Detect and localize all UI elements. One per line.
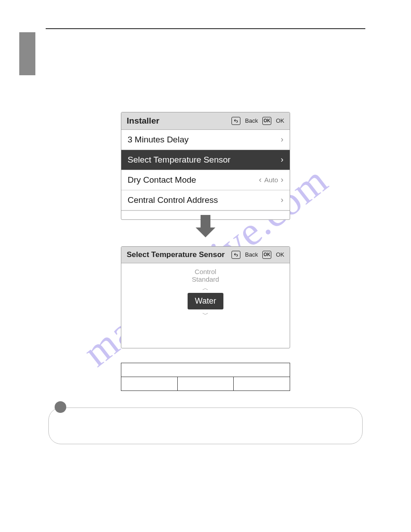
menu-item-label: 3 Minutes Delay [128, 135, 188, 145]
ok-key-icon[interactable]: OK [262, 117, 271, 125]
caret-up-icon[interactable]: ︿ [202, 285, 209, 291]
chevron-right-icon[interactable]: › [281, 175, 283, 184]
installer-panel-header: Installer Back OK OK [121, 112, 290, 130]
menu-item-dry-contact-mode[interactable]: Dry Contact Mode ‹ Auto › [121, 170, 290, 190]
back-key-icon[interactable] [231, 251, 240, 259]
caret-down-icon[interactable]: ﹀ [202, 311, 209, 317]
chevron-right-icon: › [281, 155, 283, 164]
sensor-panel-header: Select Temperature Sensor Back OK OK [121, 247, 290, 263]
table-header-row [121, 363, 290, 377]
back-label: Back [245, 117, 258, 124]
control-standard-line2: Standard [192, 275, 219, 283]
chevron-left-icon[interactable]: ‹ [259, 175, 261, 184]
table-row [121, 377, 290, 390]
table-cell [178, 377, 234, 390]
chevron-right-icon: › [281, 135, 283, 144]
table-header-cell [121, 363, 290, 377]
sensor-title: Select Temperature Sensor [127, 250, 231, 259]
menu-item-select-temperature-sensor[interactable]: Select Temperature Sensor › [121, 150, 290, 170]
control-standard-line1: Control [195, 268, 216, 275]
side-tab-bookmark [19, 32, 35, 75]
value-table [121, 363, 290, 391]
menu-item-label: Select Temperature Sensor [128, 155, 231, 165]
note-callout [48, 408, 363, 444]
arrow-down-icon [196, 215, 215, 237]
menu-item-value: Auto [264, 176, 278, 184]
selected-sensor-value[interactable]: Water [188, 293, 223, 309]
select-temperature-sensor-panel: Select Temperature Sensor Back OK OK Con… [121, 246, 290, 348]
menu-item-3-minutes-delay[interactable]: 3 Minutes Delay › [121, 130, 290, 150]
installer-title: Installer [127, 116, 231, 126]
installer-panel: Installer Back OK OK 3 Minutes Delay › S… [121, 112, 290, 220]
ok-key-icon[interactable]: OK [262, 251, 271, 259]
menu-item-central-control-address[interactable]: Central Control Address › [121, 190, 290, 210]
sensor-selector-body: Control Standard ︿ Water ﹀ [121, 263, 290, 318]
back-label: Back [245, 251, 258, 258]
chevron-right-icon: › [281, 195, 283, 205]
menu-item-label: Central Control Address [128, 195, 218, 205]
table-cell [121, 377, 178, 390]
note-bullet-icon [55, 401, 66, 413]
control-standard-label: Control Standard [192, 268, 219, 283]
header-rule [46, 28, 365, 29]
installer-menu-list: 3 Minutes Delay › Select Temperature Sen… [121, 130, 290, 219]
menu-item-label: Dry Contact Mode [128, 175, 196, 185]
ok-label: OK [276, 251, 284, 258]
table-cell [234, 377, 290, 390]
back-key-icon[interactable] [231, 117, 240, 125]
ok-label: OK [276, 117, 284, 124]
